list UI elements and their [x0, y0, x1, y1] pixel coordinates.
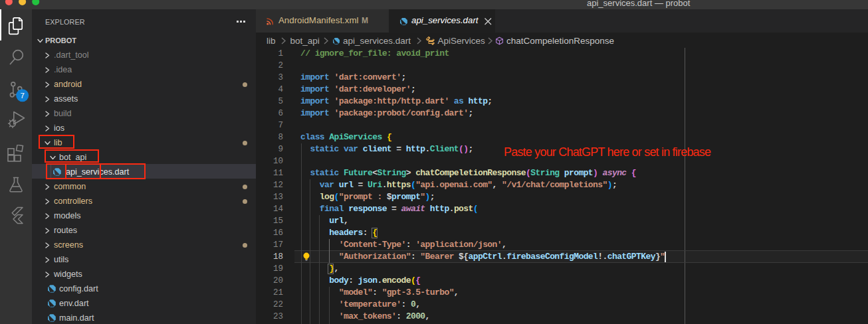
- svg-text:7: 7: [20, 92, 24, 100]
